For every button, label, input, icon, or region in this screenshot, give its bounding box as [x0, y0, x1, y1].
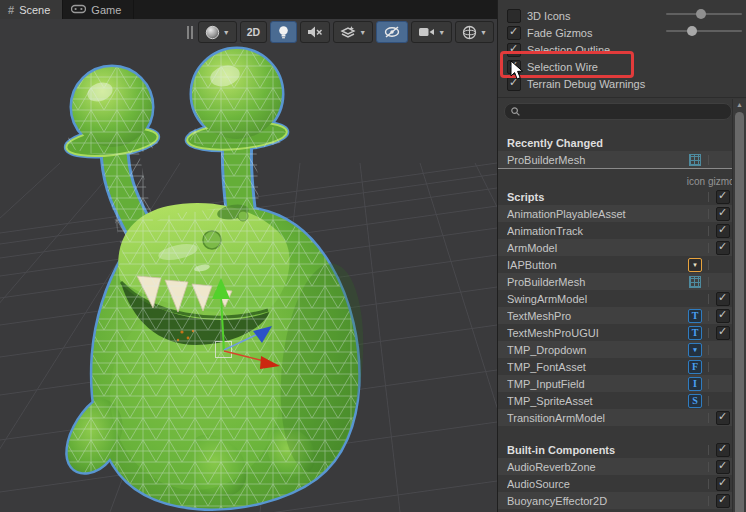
terrain-debug-warnings-checkbox[interactable] [507, 77, 521, 91]
scrollbar-thumb[interactable] [735, 112, 744, 512]
2d-label: 2D [247, 26, 260, 38]
tmp-inputfield-icon[interactable]: I [688, 377, 702, 391]
list-item[interactable]: ProBuilderMesh [498, 273, 746, 290]
gizmo-search-field[interactable] [504, 103, 732, 120]
list-item[interactable]: ArmModel [498, 239, 746, 256]
gizmo-checkbox[interactable] [716, 207, 730, 221]
gizmo-checkbox[interactable] [716, 460, 730, 474]
option-label: Fade Gizmos [527, 27, 592, 39]
probuilder-grid-icon[interactable] [689, 276, 701, 288]
option-3d-icons: 3D Icons [498, 7, 746, 24]
tab-game[interactable]: Game [63, 0, 134, 19]
list-item[interactable]: SwingArmModel [498, 290, 746, 307]
gizmo-checkbox[interactable] [716, 326, 730, 340]
option-label: Selection Outline [527, 44, 610, 56]
unity-editor-window: # Scene Game ▼ 2D [0, 0, 746, 512]
audio-mute-button[interactable] [300, 21, 330, 43]
option-selection-wire: Selection Wire [498, 58, 746, 75]
list-item[interactable]: TMP_SpriteAsset S [498, 392, 746, 409]
fade-gizmos-slider[interactable] [666, 30, 742, 32]
gizmo-sphere-icon [462, 25, 477, 40]
textmeshpro-icon[interactable]: T [688, 309, 702, 323]
shaded-sphere-icon [205, 25, 220, 40]
list-item[interactable]: TMP_FontAsset F [498, 358, 746, 375]
gizmo-checkbox[interactable] [716, 494, 730, 508]
list-item[interactable]: AnimationTrack [498, 222, 746, 239]
option-label: 3D Icons [527, 10, 570, 22]
tmp-spriteasset-icon[interactable]: S [688, 394, 702, 408]
scene-view: # Scene Game ▼ 2D [0, 0, 497, 512]
list-item[interactable]: AudioSource [498, 475, 746, 492]
chevron-down-icon: ▼ [438, 29, 445, 36]
camera-settings-button[interactable]: ▼ [411, 21, 452, 43]
probuilder-grid-icon[interactable] [689, 154, 701, 166]
iap-button-icon[interactable]: ▾ [688, 258, 702, 272]
effects-layers-icon [340, 25, 356, 40]
gizmos-dropdown-button[interactable]: ▼ [455, 21, 494, 43]
search-icon [511, 106, 520, 118]
list-item[interactable]: AnimationPlayableAsset [498, 205, 746, 222]
section-divider [498, 97, 746, 98]
option-label: Terrain Debug Warnings [527, 78, 645, 90]
list-item[interactable]: BuoyancyEffector2D [498, 492, 746, 509]
option-label: Selection Wire [527, 61, 598, 73]
2d-toggle-button[interactable]: 2D [240, 21, 267, 43]
list-item[interactable]: AudioReverbZone [498, 458, 746, 475]
option-fade-gizmos: Fade Gizmos [498, 24, 746, 41]
option-terrain-debug-warnings: Terrain Debug Warnings [498, 75, 746, 92]
slider-thumb[interactable] [696, 9, 706, 19]
column-divider [708, 155, 709, 165]
hidden-objects-toggle-button[interactable] [376, 21, 408, 43]
recently-changed-header: Recently Changed [498, 136, 746, 151]
gizmo-checkbox[interactable] [716, 224, 730, 238]
gizmo-checkbox[interactable] [716, 477, 730, 491]
gizmo-checkbox[interactable] [716, 309, 730, 323]
3d-icons-size-slider[interactable] [666, 13, 742, 15]
tmp-fontasset-icon[interactable]: F [688, 360, 702, 374]
effects-dropdown-button[interactable]: ▼ [333, 21, 373, 43]
lighting-toggle-button[interactable] [270, 21, 297, 43]
tab-scene-label: Scene [19, 4, 50, 16]
option-selection-outline: Selection Outline [498, 41, 746, 58]
gizmo-checkbox[interactable] [716, 411, 730, 425]
tab-game-label: Game [91, 4, 121, 16]
scroll-up-arrow-icon[interactable]: ▲ [733, 99, 746, 111]
scripts-gizmo-all-checkbox[interactable] [716, 190, 730, 204]
builtin-gizmo-all-checkbox[interactable] [716, 443, 730, 457]
list-item[interactable]: IAPButton ▾ [498, 256, 746, 273]
textmeshpro-icon[interactable]: T [688, 326, 702, 340]
list-item[interactable]: TextMeshProUGUI T [498, 324, 746, 341]
gizmo-checkbox[interactable] [716, 241, 730, 255]
scene-viewport[interactable] [0, 0, 497, 512]
slider-thumb[interactable] [687, 26, 697, 36]
column-headers: icon gizmo [498, 174, 746, 188]
selection-wire-checkbox[interactable] [507, 60, 521, 74]
shading-mode-dropdown[interactable]: ▼ [198, 21, 237, 43]
icon-column-label: icon [684, 176, 708, 187]
tab-scene[interactable]: # Scene [0, 0, 63, 19]
builtin-header-row: Built-in Components [498, 441, 746, 458]
row-label: ProBuilderMesh [507, 154, 685, 166]
fade-gizmos-checkbox[interactable] [507, 26, 521, 40]
gamepad-icon [71, 4, 86, 16]
gizmos-panel: 3D Icons Fade Gizmos Selection Outline S… [497, 0, 746, 512]
chevron-down-icon: ▼ [480, 29, 487, 36]
gizmo-checkbox[interactable] [716, 292, 730, 306]
panel-scrollbar[interactable]: ▲ [732, 99, 746, 512]
eye-slash-icon [383, 25, 401, 39]
3d-icons-checkbox[interactable] [507, 9, 521, 23]
list-item[interactable]: TextMeshPro T [498, 307, 746, 324]
builtin-header: Built-in Components [507, 444, 685, 456]
list-item[interactable]: TMP_InputField I [498, 375, 746, 392]
speaker-muted-icon [307, 25, 323, 39]
list-item[interactable]: TMP_Dropdown ▾ [498, 341, 746, 358]
search-input[interactable] [524, 106, 725, 117]
tmp-dropdown-icon[interactable]: ▾ [688, 343, 702, 357]
list-item[interactable]: TransitionArmModel [498, 409, 746, 426]
list-item-recent-probuildermesh[interactable]: ProBuilderMesh [498, 151, 746, 168]
selection-outline-checkbox[interactable] [507, 43, 521, 57]
toolbar-drag-handle[interactable] [187, 26, 194, 39]
gizmo-column-label: gizmo [708, 176, 734, 187]
scene-toolbar: ▼ 2D ▼ [187, 21, 494, 43]
camera-icon [418, 26, 435, 38]
